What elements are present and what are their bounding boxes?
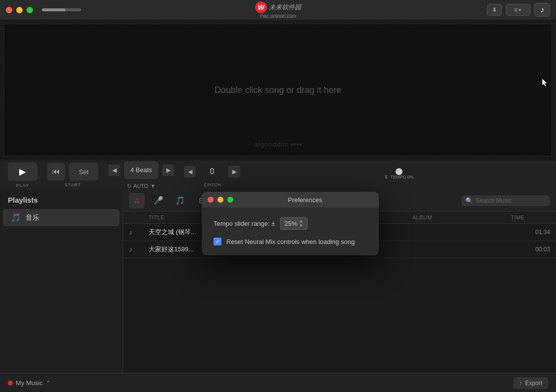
col-icon xyxy=(129,214,149,220)
tab-mic[interactable]: 🎤 xyxy=(151,193,166,209)
export-label: Export xyxy=(525,380,542,387)
titlebar-left xyxy=(6,7,81,13)
chevron-down-icon[interactable]: ⌃ xyxy=(46,380,51,387)
tab-music[interactable]: ♫ xyxy=(129,193,145,209)
play-btn-visual[interactable]: ▶ xyxy=(8,162,37,181)
titlebar-progress-fill xyxy=(42,8,65,11)
sidebar-item-music[interactable]: 🎵 音乐 xyxy=(3,209,120,226)
auto-label: AUTO xyxy=(133,183,148,189)
brand-dots xyxy=(291,144,302,146)
pitch-right-button[interactable]: ▶ xyxy=(228,166,240,178)
reset-pref-row: ✓ Reset Neural Mix controls when loading… xyxy=(214,238,367,245)
dialog-zoom-button[interactable] xyxy=(227,197,233,203)
download-icon: ⬇ xyxy=(492,6,497,13)
tempo-value-select[interactable]: 25% ▲▼ xyxy=(280,217,308,230)
col-time: Time xyxy=(511,214,550,220)
play-button[interactable]: ▶ PLAY xyxy=(8,162,37,188)
sidebar: Playlists 🎵 音乐 xyxy=(0,190,123,373)
pitch-value: 0 xyxy=(210,167,215,176)
beats-right-button[interactable]: ▶ xyxy=(162,164,174,176)
checkmark-icon: ✓ xyxy=(216,239,220,245)
tab-note[interactable]: 🎵 xyxy=(172,193,188,209)
deck-placeholder: Double click song or drag it here xyxy=(215,85,341,95)
dialog-titlebar: Preferences xyxy=(202,192,379,208)
music-library-icon: 🎵 xyxy=(11,213,21,222)
pitch-label: PITCH xyxy=(208,182,221,187)
titlebar-progress-bar xyxy=(42,8,81,11)
export-button[interactable]: ↑ Export xyxy=(513,377,548,389)
play-label: PLAY xyxy=(16,183,29,188)
app-logo: W 未来软件园 xyxy=(255,1,301,13)
pitch-left-button[interactable]: ◀ xyxy=(184,166,196,178)
search-input[interactable] xyxy=(476,197,545,204)
logo-subtitle: mac.orsoon.com xyxy=(260,13,296,19)
search-box: 🔍 xyxy=(462,195,550,206)
footer-source-label: My Music xyxy=(16,379,43,387)
start-control: ⏮ Set START xyxy=(47,163,98,187)
song-icon-0: ♪ xyxy=(129,228,149,236)
preferences-dialog[interactable]: Preferences Tempo slider range: ± 25% ▲▼… xyxy=(202,192,379,255)
tempo-section: 🎚 TEMPO 0% xyxy=(250,171,548,180)
pitch-display: 0 xyxy=(200,163,224,181)
beats-control: ◀ 4 Beats ▶ xyxy=(108,161,174,179)
tempo-thumb[interactable] xyxy=(396,168,402,175)
sidebar-music-label: 音乐 xyxy=(26,213,39,222)
col-album: Album xyxy=(412,214,511,220)
reset-pref-label: Reset Neural Mix controls when loading s… xyxy=(226,238,355,245)
reset-checkbox[interactable]: ✓ xyxy=(214,238,221,245)
tempo-pref-value: 25% xyxy=(284,220,297,227)
set-button[interactable]: Set xyxy=(69,163,98,181)
titlebar: W 未来软件园 mac.orsoon.com ⬇ ≡ ▼ ♪ xyxy=(0,0,556,20)
footer: My Music ⌃ ↑ Export xyxy=(0,373,556,392)
source-indicator xyxy=(8,381,13,386)
menu-icon: ≡ xyxy=(514,6,518,13)
pitch-label-row: 𝄞 PITCH xyxy=(204,182,221,188)
beats-value: 4 Beats xyxy=(130,166,152,174)
song-icon-1: ♪ xyxy=(129,245,149,253)
footer-left: My Music ⌃ xyxy=(8,379,51,387)
dialog-close-button[interactable] xyxy=(208,197,214,203)
pitch-section: ◀ 0 ▶ 𝄞 PITCH xyxy=(184,163,240,188)
tempo-pref-row: Tempo slider range: ± 25% ▲▼ xyxy=(214,217,367,230)
export-icon: ↑ xyxy=(519,380,522,387)
titlebar-right: ⬇ ≡ ▼ ♪ xyxy=(487,3,550,17)
titlebar-center: W 未来软件园 mac.orsoon.com xyxy=(255,1,301,19)
logo-text: 未来软件园 xyxy=(269,3,301,12)
deck-area: Double click song or drag it here algori… xyxy=(4,24,552,156)
start-buttons: ⏮ Set xyxy=(47,163,98,181)
auto-button[interactable]: ↻ AUTO ▼ xyxy=(127,183,155,189)
beats-section: ◀ 4 Beats ▶ ↻ AUTO ▼ xyxy=(108,161,174,189)
dialog-body: Tempo slider range: ± 25% ▲▼ ✓ Reset Neu… xyxy=(202,208,379,255)
playlists-label: Playlists xyxy=(0,190,123,208)
search-icon: 🔍 xyxy=(465,197,473,204)
tempo-pref-label: Tempo slider range: ± xyxy=(214,220,275,227)
beats-display: 4 Beats xyxy=(124,161,158,179)
close-button[interactable] xyxy=(6,7,12,13)
start-label: START xyxy=(64,182,81,187)
pitch-control: ◀ 0 ▶ xyxy=(184,163,240,181)
algoriddim-logo: algoriddim xyxy=(254,141,302,148)
song-time-0: 01:34 xyxy=(511,229,550,236)
set-label: Set xyxy=(79,168,89,176)
menu-button[interactable]: ≡ ▼ xyxy=(506,4,530,16)
music-button[interactable]: ♪ xyxy=(534,3,550,17)
start-back-button[interactable]: ⏮ xyxy=(47,163,65,181)
stepper-icon: ▲▼ xyxy=(299,219,303,228)
logo-icon: W xyxy=(255,1,267,13)
minimize-button[interactable] xyxy=(16,7,23,13)
transport-bar: ▶ PLAY ⏮ Set START ◀ 4 Beats ▶ ↻ AUTO ▼ … xyxy=(0,160,556,190)
brand-text: algoriddim xyxy=(254,141,289,148)
maximize-button[interactable] xyxy=(27,7,33,13)
beats-left-button[interactable]: ◀ xyxy=(108,164,120,176)
dialog-title: Preferences xyxy=(237,196,373,204)
tempo-label-row: 🎚 TEMPO 0% xyxy=(384,175,414,180)
music-icon: ♪ xyxy=(540,5,544,14)
song-time-1: 00:03 xyxy=(511,246,550,253)
download-button[interactable]: ⬇ xyxy=(487,4,502,16)
tempo-label: TEMPO 0% xyxy=(390,175,414,180)
dialog-minimize-button[interactable] xyxy=(217,197,223,203)
